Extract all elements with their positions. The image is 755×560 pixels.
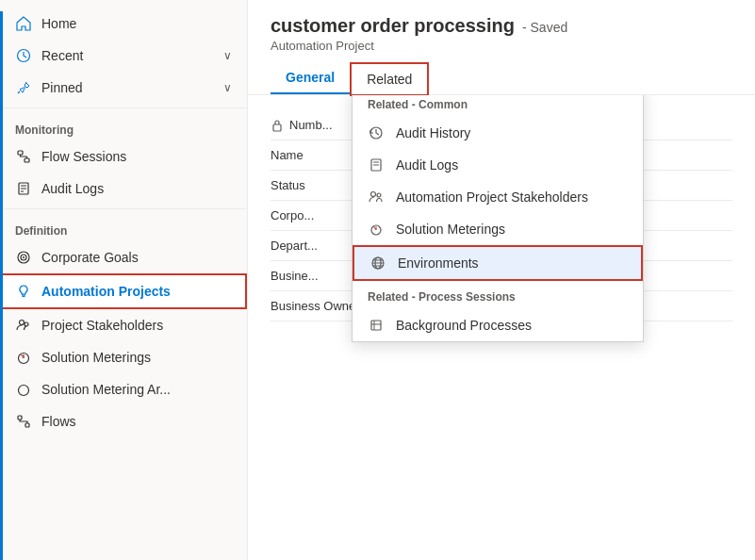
sidebar-item-project-stakeholders[interactable]: Project Stakeholders xyxy=(0,309,247,341)
flow-icon xyxy=(15,148,32,165)
sidebar-item-automation-projects-label: Automation Projects xyxy=(41,284,171,299)
svg-rect-20 xyxy=(273,124,281,131)
dropdown-item-audit-history-label: Audit History xyxy=(396,125,470,140)
dropdown-item-solution-meterings[interactable]: Solution Meterings xyxy=(353,213,643,245)
chevron-down-icon3: ∨ xyxy=(223,81,232,94)
metering-icon xyxy=(15,349,32,366)
dropdown-section-common-label: Related - Common xyxy=(353,95,643,117)
dropdown-item-solution-meterings-label: Solution Meterings xyxy=(396,222,505,237)
svg-rect-2 xyxy=(18,151,23,155)
sidebar-item-pinned-label: Pinned xyxy=(41,80,83,95)
sidebar-item-home-label: Home xyxy=(41,16,76,31)
sidebar-item-solution-metering-ar[interactable]: Solution Metering Ar... xyxy=(0,373,247,405)
dropdown-item-environments[interactable]: Environments xyxy=(353,245,643,281)
dropdown-item-audit-logs-label: Audit Logs xyxy=(396,157,458,173)
dropdown-section-process-label: Related - Process Sessions xyxy=(353,281,643,309)
svg-point-11 xyxy=(23,256,25,258)
related-dropdown-menu: Related - Common Audit History Audit Log… xyxy=(352,95,644,342)
svg-point-26 xyxy=(377,193,381,197)
tab-related-label: Related xyxy=(367,72,412,87)
definition-section-label: Definition xyxy=(0,213,247,241)
audit-log-icon xyxy=(368,156,385,173)
sidebar-item-flow-sessions[interactable]: Flow Sessions xyxy=(0,140,247,173)
lightbulb-icon xyxy=(15,283,32,300)
globe-icon xyxy=(369,255,386,272)
svg-line-1 xyxy=(18,91,20,93)
dropdown-item-environments-label: Environments xyxy=(398,255,479,271)
sidebar-item-home[interactable]: Home xyxy=(0,8,247,40)
page-title: customer order processing xyxy=(271,15,515,37)
tab-related[interactable]: Related xyxy=(350,62,429,96)
lock-icon xyxy=(271,119,284,132)
svg-rect-19 xyxy=(25,423,29,427)
tab-general[interactable]: General xyxy=(271,62,350,94)
dropdown-item-audit-logs[interactable]: Audit Logs xyxy=(353,149,643,181)
sidebar-item-solution-metering-ar-label: Solution Metering Ar... xyxy=(41,382,171,397)
sidebar-item-corporate-goals[interactable]: Corporate Goals xyxy=(0,241,247,273)
chevron-down-icon2: ∨ xyxy=(223,49,232,62)
tab-general-label: General xyxy=(286,70,335,85)
dropdown-item-automation-stakeholders[interactable]: Automation Project Stakeholders xyxy=(353,181,643,213)
sidebar-item-pinned[interactable]: Pinned ∨ xyxy=(0,72,247,104)
pin-icon xyxy=(15,79,32,96)
dropdown-item-background-processes[interactable]: Background Processes xyxy=(353,309,643,341)
flows-icon xyxy=(15,413,32,430)
sidebar-item-flow-sessions-label: Flow Sessions xyxy=(41,149,126,164)
content-area: Numb... Name ...ing Status Corpo... h Au… xyxy=(248,95,755,560)
stakeholders-icon xyxy=(368,189,385,206)
sidebar: Home Recent ∨ Pinned ∨ Monitoring Flow S… xyxy=(0,0,248,560)
audit-icon xyxy=(15,180,32,197)
metering2-icon xyxy=(15,381,32,398)
sidebar-item-corporate-goals-label: Corporate Goals xyxy=(41,250,139,265)
divider1 xyxy=(0,107,247,108)
history-icon xyxy=(368,124,385,141)
stakeholder-icon xyxy=(15,317,32,334)
svg-point-15 xyxy=(25,322,28,326)
sidebar-item-solution-meterings[interactable]: Solution Meterings xyxy=(0,341,247,373)
sidebar-item-audit-logs[interactable]: Audit Logs xyxy=(0,173,247,205)
active-indicator xyxy=(0,11,3,560)
process-icon xyxy=(368,317,385,334)
sidebar-item-project-stakeholders-label: Project Stakeholders xyxy=(41,318,163,333)
dropdown-item-automation-stakeholders-label: Automation Project Stakeholders xyxy=(396,189,588,205)
svg-rect-18 xyxy=(18,416,22,420)
sidebar-item-automation-projects[interactable]: Automation Projects xyxy=(0,273,247,309)
header: customer order processing - Saved Automa… xyxy=(248,0,755,95)
main-content: customer order processing - Saved Automa… xyxy=(248,0,755,560)
sidebar-item-recent[interactable]: Recent ∨ xyxy=(0,40,247,72)
tab-bar: General Related xyxy=(271,62,732,94)
home-icon xyxy=(15,15,32,32)
page-subtitle: Automation Project xyxy=(271,39,732,53)
monitoring-section-label: Monitoring xyxy=(0,112,247,140)
sidebar-item-flows[interactable]: Flows xyxy=(0,405,247,437)
sidebar-item-flows-label: Flows xyxy=(41,414,76,429)
dropdown-item-audit-history[interactable]: Audit History xyxy=(353,117,643,149)
solution-icon xyxy=(368,221,385,238)
header-title-row: customer order processing - Saved xyxy=(271,15,732,37)
recent-icon xyxy=(15,47,32,64)
svg-rect-33 xyxy=(371,321,381,330)
divider2 xyxy=(0,208,247,209)
svg-rect-3 xyxy=(25,158,29,162)
sidebar-item-audit-logs-label: Audit Logs xyxy=(41,181,104,196)
svg-point-25 xyxy=(371,192,376,197)
sidebar-item-solution-meterings-label: Solution Meterings xyxy=(41,350,151,365)
saved-label: - Saved xyxy=(522,20,567,35)
sidebar-item-recent-label: Recent xyxy=(41,48,83,63)
svg-point-14 xyxy=(20,321,25,325)
svg-point-17 xyxy=(19,386,29,396)
dropdown-item-background-processes-label: Background Processes xyxy=(396,318,532,333)
goal-icon xyxy=(15,249,32,266)
